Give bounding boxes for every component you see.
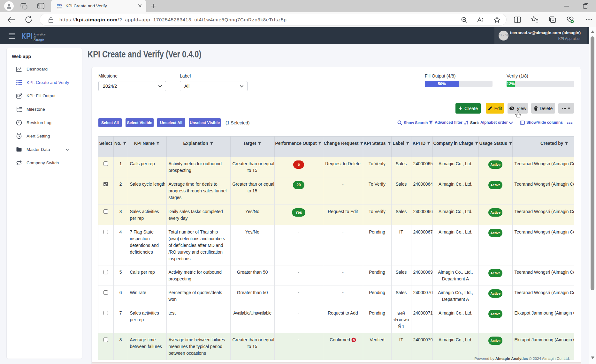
svg-text:Aimagin: Aimagin bbox=[57, 8, 62, 10]
svg-text:KPI: KPI bbox=[57, 3, 62, 7]
